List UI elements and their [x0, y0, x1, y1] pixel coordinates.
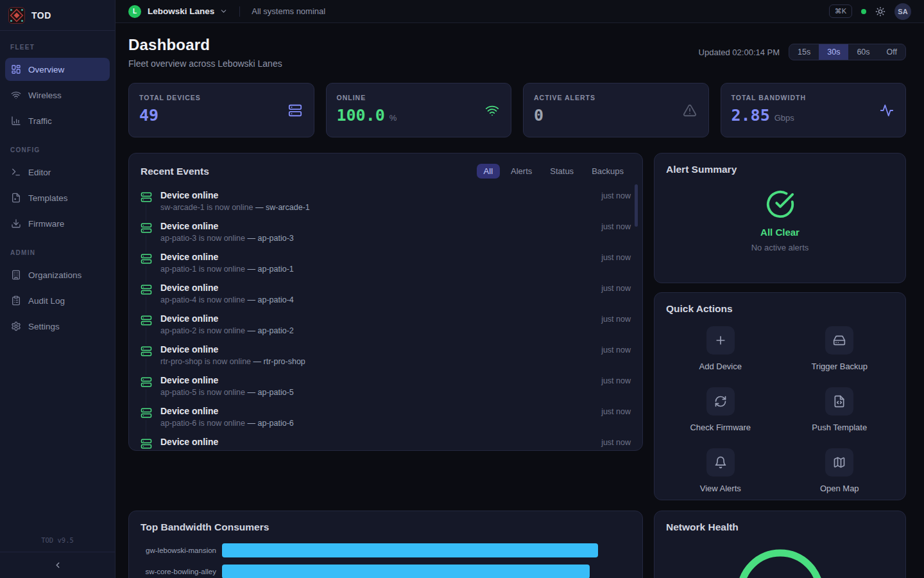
- server-icon: [141, 375, 152, 389]
- interval-15s-button[interactable]: 15s: [789, 44, 819, 60]
- tab-alerts[interactable]: Alerts: [504, 164, 539, 179]
- refresh-interval-group: 15s 30s 60s Off: [789, 44, 906, 60]
- chevron-down-icon[interactable]: [219, 7, 228, 15]
- sidebar-item-editor[interactable]: Editor: [5, 161, 110, 184]
- alert-status-text: All Clear: [760, 227, 800, 238]
- view-alerts-button[interactable]: View Alerts: [661, 448, 780, 493]
- check-firmware-button[interactable]: Check Firmware: [661, 387, 780, 432]
- alert-summary-title: Alert Summary: [666, 164, 737, 175]
- event-row: Device online sw-arcade-1 is now online …: [141, 186, 631, 217]
- event-detail: ap-patio-5 is now online: [160, 388, 245, 397]
- sidebar-item-label: Wireless: [28, 91, 62, 100]
- event-row: Device online rtr-pro-shop is now online…: [141, 340, 631, 371]
- event-detail: rtr-pro-shop is now online: [160, 357, 251, 366]
- org-avatar: L: [128, 5, 141, 18]
- file-code-icon: [833, 395, 846, 408]
- event-timestamp: just now: [601, 313, 631, 340]
- sidebar-item-templates[interactable]: Templates: [5, 186, 110, 209]
- sidebar-item-label: Audit Log: [28, 296, 65, 306]
- bandwidth-title: Top Bandwidth Consumers: [141, 521, 269, 533]
- sidebar-item-audit-log[interactable]: Audit Log: [5, 289, 110, 312]
- gear-icon: [11, 321, 21, 331]
- alert-detail-text: No active alerts: [751, 243, 809, 252]
- event-timestamp: just now: [601, 375, 631, 402]
- stat-card-total-devices: TOTAL DEVICES 49: [128, 83, 314, 137]
- event-device-name: — ap-patio-5: [248, 388, 294, 397]
- tab-backups[interactable]: Backups: [585, 164, 631, 179]
- sidebar-item-label: Firmware: [28, 219, 64, 229]
- server-icon: [288, 103, 302, 118]
- sidebar-item-organizations[interactable]: Organizations: [5, 263, 110, 286]
- event-title: Device online: [160, 344, 593, 355]
- nav-section-admin: ADMIN: [0, 236, 115, 262]
- bandwidth-device-label: gw-lebowski-mansion: [141, 547, 216, 554]
- push-template-button[interactable]: Push Template: [780, 387, 900, 432]
- app-logo-row: TOD: [0, 0, 115, 31]
- alert-summary-panel: Alert Summary All Clear No active alerts: [654, 153, 906, 283]
- bandwidth-row: gw-lebowski-mansion: [141, 543, 631, 557]
- user-avatar[interactable]: SA: [894, 3, 911, 20]
- bandwidth-row: sw-core-bowling-alley: [141, 565, 631, 578]
- trigger-backup-button[interactable]: Trigger Backup: [780, 326, 900, 371]
- alert-triangle-icon: [683, 103, 697, 118]
- sidebar-item-label: Organizations: [28, 270, 81, 280]
- events-scrollbar-thumb[interactable]: [635, 184, 638, 227]
- recent-events-panel: Recent Events All Alerts Status Backups: [128, 153, 643, 451]
- sidebar-item-wireless[interactable]: Wireless: [5, 83, 110, 107]
- chevron-left-icon: [53, 561, 62, 570]
- sidebar: TOD FLEET Overview Wireless Traffic CONF…: [0, 0, 116, 578]
- bandwidth-bar: [222, 565, 590, 578]
- quick-actions-title: Quick Actions: [666, 303, 733, 315]
- stat-card-online: ONLINE 100.0%: [326, 83, 512, 137]
- nav-section-fleet: FLEET: [0, 31, 115, 57]
- sidebar-item-traffic[interactable]: Traffic: [5, 109, 110, 132]
- event-timestamp: just now: [601, 252, 631, 279]
- tab-status[interactable]: Status: [543, 164, 581, 179]
- server-icon: [141, 252, 152, 266]
- event-list: Device online sw-arcade-1 is now online …: [129, 186, 642, 451]
- nav-section-config: CONFIG: [0, 134, 115, 159]
- event-row: Device online just now: [141, 433, 631, 451]
- clipboard-icon: [11, 295, 21, 306]
- quick-actions-panel: Quick Actions Add Device Trigger Backup: [654, 292, 906, 500]
- topbar-divider: [239, 6, 240, 17]
- event-device-name: — ap-patio-1: [248, 265, 294, 274]
- event-title: Device online: [160, 221, 593, 231]
- plus-icon: [714, 334, 727, 347]
- event-device-name: — ap-patio-4: [248, 295, 294, 304]
- open-map-button[interactable]: Open Map: [780, 448, 900, 493]
- bandwidth-bar: [222, 543, 598, 557]
- event-detail: ap-patio-3 is now online: [160, 234, 245, 243]
- event-device-name: — sw-arcade-1: [255, 203, 310, 212]
- sidebar-item-settings[interactable]: Settings: [5, 315, 110, 338]
- sidebar-item-overview[interactable]: Overview: [5, 58, 110, 81]
- command-palette-button[interactable]: ⌘K: [829, 4, 852, 18]
- event-detail: ap-patio-1 is now online: [160, 265, 245, 274]
- server-icon: [141, 313, 152, 328]
- sidebar-item-firmware[interactable]: Firmware: [5, 212, 110, 235]
- stat-label: ONLINE: [337, 94, 501, 101]
- bandwidth-panel: Top Bandwidth Consumers gw-lebowski-mans…: [128, 511, 643, 578]
- events-filter-tabs: All Alerts Status Backups: [477, 164, 631, 179]
- event-timestamp: just now: [601, 190, 631, 217]
- interval-30s-button[interactable]: 30s: [819, 44, 848, 60]
- tab-all[interactable]: All: [477, 164, 500, 179]
- circle-check-icon: [766, 189, 795, 219]
- page-subtitle: Fleet overview across Lebowski Lanes: [128, 58, 282, 69]
- interval-off-button[interactable]: Off: [878, 44, 905, 60]
- stat-value: 0: [534, 106, 543, 125]
- interval-60s-button[interactable]: 60s: [848, 44, 878, 60]
- org-selector[interactable]: Lebowski Lanes: [148, 6, 214, 16]
- app-name: TOD: [31, 10, 51, 21]
- event-row: Device online ap-patio-2 is now online —…: [141, 310, 631, 340]
- server-icon: [141, 437, 152, 451]
- activity-icon: [880, 103, 894, 118]
- add-device-button[interactable]: Add Device: [661, 326, 780, 371]
- sidebar-collapse-button[interactable]: [0, 552, 115, 578]
- stat-label: ACTIVE ALERTS: [534, 94, 698, 101]
- stat-label: TOTAL DEVICES: [139, 94, 304, 101]
- event-device-name: — ap-patio-2: [248, 326, 294, 335]
- event-timestamp: just now: [601, 221, 631, 248]
- sun-icon[interactable]: [875, 6, 886, 17]
- updated-timestamp: Updated 02:00:14 PM: [699, 48, 780, 57]
